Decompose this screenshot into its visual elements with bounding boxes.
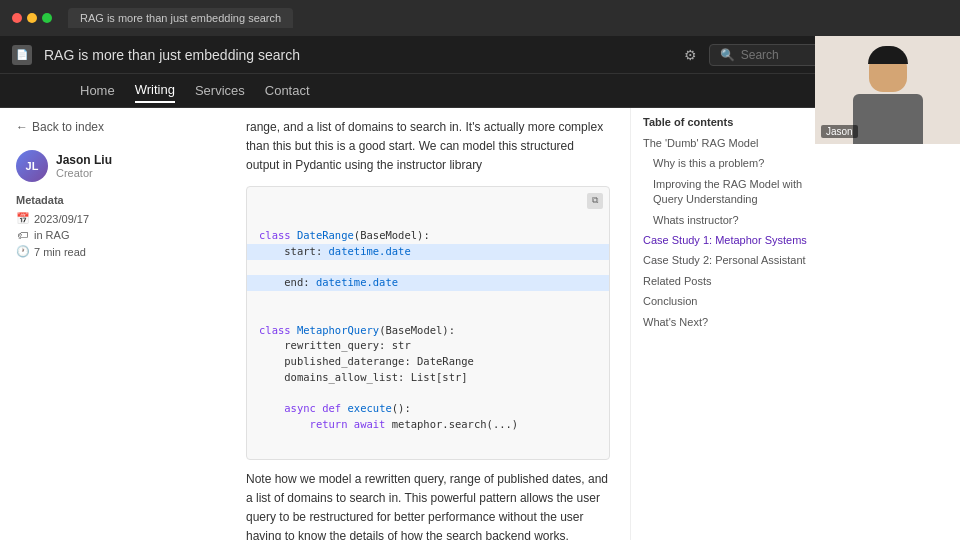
toc-title: Table of contents xyxy=(643,116,818,128)
author-name: Jason Liu xyxy=(56,153,112,167)
copy-button-1[interactable]: ⧉ xyxy=(587,193,603,209)
clock-icon: 🕐 xyxy=(16,245,28,258)
toc-item-7[interactable]: Conclusion xyxy=(643,294,818,309)
avatar-initials: JL xyxy=(26,160,39,172)
toc-item-1[interactable]: Why is this a problem? xyxy=(643,156,818,171)
metadata-tag-value: in RAG xyxy=(34,229,69,241)
maximize-button[interactable] xyxy=(42,13,52,23)
metadata-section: Metadata 📅 2023/09/17 🏷 in RAG 🕐 7 min r… xyxy=(16,194,214,258)
nav-writing[interactable]: Writing xyxy=(135,78,175,103)
author-info: Jason Liu Creator xyxy=(56,153,112,179)
camera-label: Jason xyxy=(821,125,858,138)
toc-item-3[interactable]: Whats instructor? xyxy=(643,213,818,228)
nav-home[interactable]: Home xyxy=(80,79,115,102)
calendar-icon: 📅 xyxy=(16,212,28,225)
back-link[interactable]: ← Back to index xyxy=(16,120,214,134)
metadata-read-value: 7 min read xyxy=(34,246,86,258)
minimize-button[interactable] xyxy=(27,13,37,23)
content-area[interactable]: range, and a list of domains to search i… xyxy=(230,108,630,540)
toc-item-4[interactable]: Case Study 1: Metaphor Systems xyxy=(643,233,818,248)
toc-item-5[interactable]: Case Study 2: Personal Assistant xyxy=(643,253,818,268)
back-label: Back to index xyxy=(32,120,104,134)
toc-item-0[interactable]: The 'Dumb' RAG Model xyxy=(643,136,818,151)
avatar: JL xyxy=(16,150,48,182)
site-logo[interactable]: 📄 xyxy=(12,45,32,65)
settings-icon[interactable]: ⚙ xyxy=(684,47,697,63)
browser-tab[interactable]: RAG is more than just embedding search xyxy=(68,8,293,28)
main-layout: ← Back to index JL Jason Liu Creator Met… xyxy=(0,108,960,540)
tag-icon: 🏷 xyxy=(16,229,28,241)
logo-icon: 📄 xyxy=(12,45,32,65)
author-role: Creator xyxy=(56,167,112,179)
tab-label: RAG is more than just embedding search xyxy=(80,12,281,24)
back-arrow-icon: ← xyxy=(16,120,28,134)
metadata-label: Metadata xyxy=(16,194,214,206)
page-title: RAG is more than just embedding search xyxy=(44,47,300,63)
metadata-date: 📅 2023/09/17 xyxy=(16,212,214,225)
toc-item-8[interactable]: What's Next? xyxy=(643,315,818,330)
left-panel: ← Back to index JL Jason Liu Creator Met… xyxy=(0,108,230,540)
toc-item-2[interactable]: Improving the RAG Model with Query Under… xyxy=(643,177,818,208)
code-block-1: ⧉ class DateRange(BaseModel): start: dat… xyxy=(246,186,610,460)
toc-sidebar: Table of contents The 'Dumb' RAG Model W… xyxy=(630,108,830,540)
close-button[interactable] xyxy=(12,13,22,23)
person-body xyxy=(853,94,923,144)
metadata-date-value: 2023/09/17 xyxy=(34,213,89,225)
search-icon: 🔍 xyxy=(720,48,735,62)
metadata-read: 🕐 7 min read xyxy=(16,245,214,258)
camera-feed: Jason xyxy=(815,36,960,144)
toc-item-6[interactable]: Related Posts xyxy=(643,274,818,289)
intro-text: range, and a list of domains to search i… xyxy=(246,118,610,176)
browser-chrome: RAG is more than just embedding search xyxy=(0,0,960,36)
traffic-lights xyxy=(12,13,52,23)
nav-services[interactable]: Services xyxy=(195,79,245,102)
author-block: JL Jason Liu Creator xyxy=(16,150,214,182)
nav-contact[interactable]: Contact xyxy=(265,79,310,102)
mid-text: Note how we model a rewritten query, ran… xyxy=(246,470,610,540)
metadata-tag: 🏷 in RAG xyxy=(16,229,214,241)
